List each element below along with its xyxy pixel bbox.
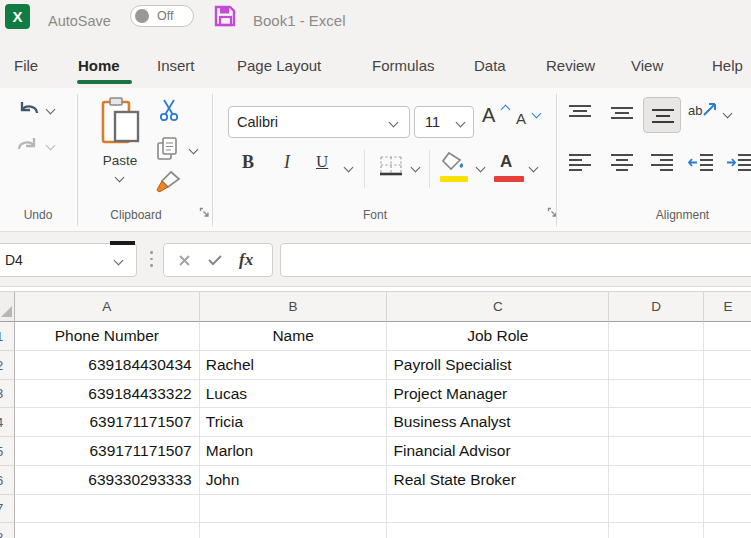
underline-button[interactable]: U bbox=[316, 152, 328, 172]
name-box[interactable]: D4 bbox=[0, 243, 137, 277]
align-top-icon[interactable] bbox=[568, 103, 592, 123]
cell-b5[interactable]: Marlon bbox=[200, 437, 388, 466]
redo-button[interactable] bbox=[13, 134, 39, 156]
cell-d6[interactable] bbox=[609, 466, 704, 495]
select-all-button[interactable] bbox=[0, 292, 15, 322]
cell-d1[interactable] bbox=[609, 322, 704, 351]
cell-a3[interactable]: 639184433322 bbox=[15, 380, 200, 408]
cell-c4[interactable]: Business Analyst bbox=[387, 408, 609, 437]
cell-c2[interactable]: Payroll Specialist bbox=[387, 351, 609, 380]
cell-a1[interactable]: Phone Number bbox=[15, 322, 200, 351]
align-middle-icon[interactable] bbox=[610, 105, 634, 125]
borders-icon[interactable] bbox=[378, 154, 404, 180]
cell-e3[interactable] bbox=[704, 380, 751, 408]
increase-indent-icon[interactable] bbox=[726, 153, 751, 173]
alignment-group-label: Alignment bbox=[600, 208, 751, 222]
cell-e7[interactable] bbox=[704, 495, 751, 523]
cell-d4[interactable] bbox=[609, 408, 704, 437]
tab-view[interactable]: View bbox=[631, 57, 663, 74]
column-header-c[interactable]: C bbox=[387, 292, 609, 322]
cell-a6[interactable]: 639330293333 bbox=[15, 466, 200, 495]
fill-color-icon[interactable] bbox=[440, 150, 470, 174]
insert-function-icon[interactable]: fx bbox=[239, 250, 253, 270]
shrink-font-button[interactable]: A bbox=[516, 110, 526, 127]
decrease-indent-icon[interactable] bbox=[688, 153, 714, 173]
row-header-6[interactable]: 6 bbox=[0, 466, 15, 495]
row-header-2[interactable]: 2 bbox=[0, 351, 15, 380]
copy-icon[interactable] bbox=[156, 136, 180, 162]
cell-a5[interactable]: 639171171507 bbox=[15, 437, 200, 466]
font-color-icon[interactable]: A bbox=[500, 152, 512, 172]
row-header-7[interactable]: 7 bbox=[0, 495, 15, 523]
row-header-8[interactable]: 8 bbox=[0, 523, 15, 538]
tab-insert[interactable]: Insert bbox=[157, 57, 195, 74]
font-name-select[interactable]: Calibri bbox=[228, 106, 410, 138]
column-header-e[interactable]: E bbox=[704, 292, 751, 322]
cell-d7[interactable] bbox=[609, 495, 704, 523]
cell-c5[interactable]: Financial Advisor bbox=[387, 437, 609, 466]
align-center-icon[interactable] bbox=[610, 153, 634, 173]
cell-e4[interactable] bbox=[704, 408, 751, 437]
cell-c3[interactable]: Project Manager bbox=[387, 380, 609, 408]
row-header-1[interactable]: 1 bbox=[0, 322, 15, 351]
grow-font-button[interactable]: A bbox=[482, 104, 495, 127]
tab-data[interactable]: Data bbox=[474, 57, 506, 74]
cut-icon[interactable] bbox=[158, 97, 180, 123]
formula-bar-handle[interactable] bbox=[150, 251, 153, 267]
cancel-icon[interactable] bbox=[178, 254, 191, 267]
cell-b3[interactable]: Lucas bbox=[200, 380, 388, 408]
cell-c6[interactable]: Real State Broker bbox=[387, 466, 609, 495]
cell-d8[interactable] bbox=[609, 523, 704, 538]
cell-b2[interactable]: Rachel bbox=[200, 351, 388, 380]
cell-a8[interactable] bbox=[15, 523, 200, 538]
tab-review[interactable]: Review bbox=[546, 57, 595, 74]
cell-b1[interactable]: Name bbox=[200, 322, 388, 351]
align-right-icon[interactable] bbox=[650, 153, 674, 173]
save-icon[interactable] bbox=[212, 3, 238, 29]
cell-e6[interactable] bbox=[704, 466, 751, 495]
cell-c7[interactable] bbox=[387, 495, 609, 523]
font-size-select[interactable]: 11 bbox=[414, 106, 474, 138]
row-header-4[interactable]: 4 bbox=[0, 408, 15, 437]
cell-b8[interactable] bbox=[200, 523, 388, 538]
paste-button[interactable]: Paste bbox=[96, 153, 144, 168]
bold-button[interactable]: B bbox=[242, 152, 254, 173]
undo-button[interactable] bbox=[16, 98, 42, 120]
format-painter-icon[interactable] bbox=[156, 170, 182, 194]
orientation-icon[interactable]: ab bbox=[688, 103, 702, 118]
column-header-b[interactable]: B bbox=[200, 292, 388, 322]
fill-color-bar bbox=[440, 176, 468, 182]
cell-b4[interactable]: Tricia bbox=[200, 408, 388, 437]
cell-e8[interactable] bbox=[704, 523, 751, 538]
row-header-5[interactable]: 5 bbox=[0, 437, 15, 466]
tab-page-layout[interactable]: Page Layout bbox=[237, 57, 321, 74]
name-box-value: D4 bbox=[5, 252, 23, 268]
cell-d5[interactable] bbox=[609, 437, 704, 466]
tab-help[interactable]: Help bbox=[712, 57, 743, 74]
tab-file[interactable]: File bbox=[14, 57, 38, 74]
cell-d2[interactable] bbox=[609, 351, 704, 380]
column-header-d[interactable]: D bbox=[609, 292, 704, 322]
clipboard-dialog-launcher-icon[interactable] bbox=[199, 207, 210, 218]
cell-a7[interactable] bbox=[15, 495, 200, 523]
paste-icon[interactable] bbox=[100, 96, 142, 148]
autosave-toggle[interactable]: Off bbox=[130, 5, 194, 27]
row-header-3[interactable]: 3 bbox=[0, 380, 15, 408]
cell-e1[interactable] bbox=[704, 322, 751, 351]
cell-d3[interactable] bbox=[609, 380, 704, 408]
cell-b6[interactable]: John bbox=[200, 466, 388, 495]
column-header-a[interactable]: A bbox=[15, 292, 200, 322]
cell-e2[interactable] bbox=[704, 351, 751, 380]
tab-home[interactable]: Home bbox=[78, 57, 120, 74]
italic-button[interactable]: I bbox=[284, 152, 290, 173]
cell-b7[interactable] bbox=[200, 495, 388, 523]
enter-icon[interactable] bbox=[207, 254, 223, 266]
cell-a2[interactable]: 639184430434 bbox=[15, 351, 200, 380]
cell-a4[interactable]: 639171171507 bbox=[15, 408, 200, 437]
tab-formulas[interactable]: Formulas bbox=[372, 57, 435, 74]
cell-c8[interactable] bbox=[387, 523, 609, 538]
align-left-icon[interactable] bbox=[568, 153, 592, 173]
formula-input[interactable] bbox=[280, 243, 751, 277]
cell-c1[interactable]: Job Role bbox=[387, 322, 609, 351]
cell-e5[interactable] bbox=[704, 437, 751, 466]
